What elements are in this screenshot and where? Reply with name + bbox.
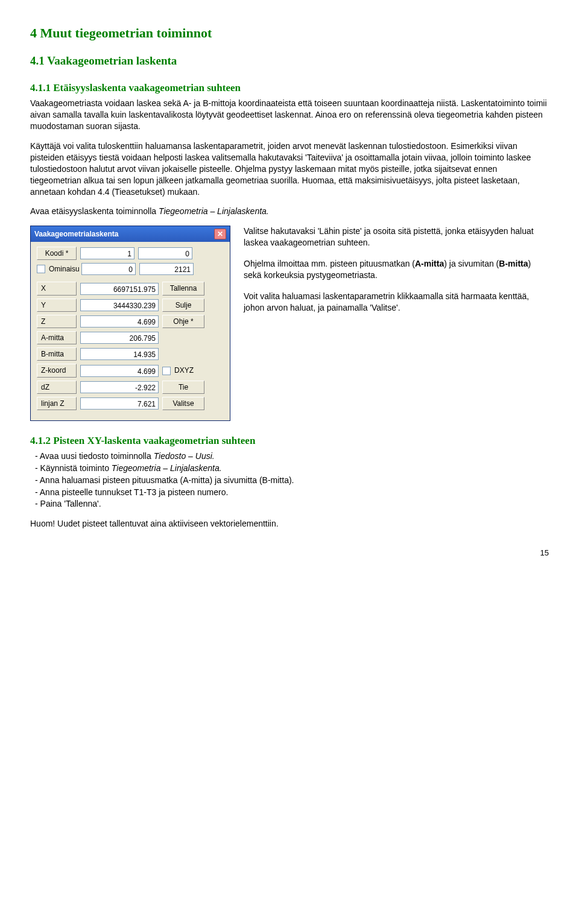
ohje-button[interactable]: Ohje *: [162, 315, 204, 328]
ominaisu-label: Ominaisu: [49, 264, 78, 274]
row-label-button[interactable]: B-mitta: [37, 347, 77, 361]
dialog-title: Vaakageometrialaskenta: [34, 229, 118, 239]
list-item: - Anna pisteelle tunnukset T1-T3 ja pist…: [30, 487, 549, 498]
row-label-button[interactable]: Z-koord: [37, 364, 77, 377]
row-value-field[interactable]: 3444330.239: [80, 299, 159, 311]
heading-1: 4 Muut tiegeometrian toiminnot: [30, 24, 549, 42]
row-value-field[interactable]: 6697151.975: [80, 283, 159, 295]
text: ) ja sivumitan (: [444, 259, 499, 268]
titlebar: Vaakageometrialaskenta ✕: [31, 226, 230, 242]
valitse-button[interactable]: Valitse: [162, 397, 204, 410]
text-italic: Tiegeometria – Linjalaskenta.: [112, 463, 222, 473]
paragraph: Valitse hakutavaksi 'Lähin piste' ja oso…: [244, 226, 549, 248]
close-icon[interactable]: ✕: [214, 229, 226, 239]
text: Avaa etäisyyslaskenta toiminnolla: [30, 206, 159, 216]
row-value-field[interactable]: 4.699: [80, 315, 159, 328]
row-value-field[interactable]: 14.935: [80, 348, 159, 360]
row-value-field[interactable]: 206.795: [80, 332, 159, 344]
row-label-button[interactable]: Z: [37, 315, 77, 328]
text: Ohjelma ilmoittaa mm. pisteen pituusmatk…: [244, 259, 415, 268]
list-item: - Avaa uusi tiedosto toiminnolla Tiedost…: [30, 451, 549, 462]
row-label-button[interactable]: Y: [37, 299, 77, 312]
dxyz-checkbox[interactable]: [162, 367, 171, 375]
paragraph: Vaakageometriasta voidaan laskea sekä A-…: [30, 98, 549, 132]
text-bold: A-mitta: [415, 259, 444, 268]
koodi-button[interactable]: Koodi *: [37, 247, 77, 260]
heading-2: 4.1 Vaakageometrian laskenta: [30, 53, 549, 69]
sulje-button[interactable]: Sulje: [162, 299, 204, 312]
row-label-button[interactable]: X: [37, 282, 77, 295]
text-italic: Tiegeometria – Linjalaskenta.: [159, 206, 269, 216]
paragraph: Käyttäjä voi valita tuloskenttiin haluam…: [30, 141, 549, 197]
text: - Avaa uusi tiedosto toiminnolla: [35, 451, 154, 461]
text-italic: Tiedosto – Uusi.: [154, 451, 215, 461]
row-label-button[interactable]: A-mitta: [37, 331, 77, 344]
list-item: - Anna haluamasi pisteen pituusmatka (A-…: [30, 475, 549, 486]
ominaisu-field-2[interactable]: 2121: [139, 263, 194, 275]
paragraph: Avaa etäisyyslaskenta toiminnolla Tiegeo…: [30, 206, 549, 217]
text: - Käynnistä toiminto: [35, 463, 112, 473]
ominaisu-checkbox[interactable]: [37, 265, 45, 273]
koodi-field-1[interactable]: 1: [80, 247, 134, 259]
list-item: - Käynnistä toiminto Tiegeometria – Linj…: [30, 463, 549, 474]
text-bold: B-mitta: [499, 259, 528, 268]
dxyz-label: DXYZ: [174, 365, 194, 375]
row-label-button[interactable]: linjan Z: [37, 397, 77, 410]
heading-3-2: 4.1.2 Pisteen XY-laskenta vaakageometria…: [30, 434, 549, 448]
page-number: 15: [30, 548, 549, 559]
dialog-vaakageometrialaskenta: Vaakageometrialaskenta ✕ Koodi * 1 0 Omi…: [30, 226, 230, 421]
tallenna-button[interactable]: Tallenna: [162, 282, 204, 295]
paragraph: Ohjelma ilmoittaa mm. pisteen pituusmatk…: [244, 258, 549, 281]
row-value-field[interactable]: 4.699: [80, 365, 159, 377]
paragraph: Voit valita haluamasi laskentaparametrin…: [244, 291, 549, 314]
row-value-field[interactable]: 7.621: [80, 397, 159, 410]
tie-button[interactable]: Tie: [162, 381, 204, 394]
ominaisu-field-1[interactable]: 0: [81, 263, 136, 275]
row-label-button[interactable]: dZ: [37, 381, 77, 394]
row-value-field[interactable]: -2.922: [80, 381, 159, 393]
list-item: - Paina 'Tallenna'.: [30, 498, 549, 510]
heading-3-1: 4.1.1 Etäisyyslaskenta vaakageometrian s…: [30, 81, 549, 95]
paragraph: Huom! Uudet pisteet tallentuvat aina akt…: [30, 518, 549, 530]
koodi-field-2[interactable]: 0: [138, 247, 192, 259]
bullet-list: - Avaa uusi tiedosto toiminnolla Tiedost…: [30, 451, 549, 510]
